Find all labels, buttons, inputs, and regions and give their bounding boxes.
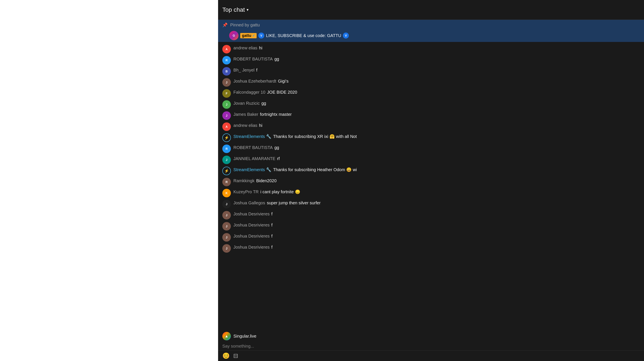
chat-dropdown-icon[interactable]: ▾ <box>246 7 248 12</box>
avatar: F <box>222 89 231 98</box>
message-content: Falcondagger 10 JOE BIDE 2020 <box>234 89 640 95</box>
chat-message-row[interactable]: A andrew elias hi <box>218 121 644 132</box>
message-username: James Baker <box>234 112 258 117</box>
chat-message-row[interactable]: J Joshua Desrivieres f <box>218 243 644 254</box>
message-text: hi <box>259 122 262 128</box>
message-content: andrew elias hi <box>234 122 640 128</box>
message-username: Joshua Desrivieres <box>234 212 270 216</box>
message-text: gg <box>274 145 279 150</box>
avatar: J <box>222 100 231 109</box>
message-username: JANNIEL AMARANTE <box>234 156 275 161</box>
message-content: Bh_ Jenyel f <box>234 67 640 73</box>
message-text: f <box>271 244 272 250</box>
avatar: J <box>222 156 231 164</box>
chat-message-row[interactable]: A andrew elias hi <box>218 44 644 55</box>
chat-message-row[interactable]: B Bh_ Jenyel f <box>218 66 644 77</box>
avatar: R <box>222 145 231 153</box>
chat-message-row[interactable]: ⚡ StreamElements 🔧 Thanks for subscribin… <box>218 165 644 176</box>
verified-checkmark: ✓ <box>252 34 255 38</box>
avatar: J <box>222 78 231 87</box>
message-text: gg <box>261 100 266 106</box>
message-username: Falcondagger 10 <box>234 90 265 95</box>
avatar: J <box>222 111 231 120</box>
message-username: Jovan Ruzicic <box>234 101 260 106</box>
chat-message-row[interactable]: J Joshua Desrivieres f <box>218 232 644 243</box>
pinned-username-badge: gattu ✓ <box>240 33 256 38</box>
message-content: KuzeyPro TR i cant play fortnite 😞 <box>234 189 640 195</box>
chat-message-row[interactable]: R ROBERT BAUTISTA gg <box>218 55 644 66</box>
pinned-username: gattu <box>242 33 251 38</box>
message-text: super jump then silver surfer <box>267 200 320 206</box>
chat-panel: Top chat ▾ 📌 Pinned by gattu G gattu ✓ V… <box>218 0 644 361</box>
message-username: Joshua Desrivieres <box>234 245 270 250</box>
emoji-icon[interactable]: 😊 <box>222 352 230 359</box>
message-content: Joshua Gallegos super jump then silver s… <box>234 200 640 206</box>
avatar: J <box>222 222 231 231</box>
chat-message-row[interactable]: J Joshua Desrivieres f <box>218 221 644 232</box>
pinned-message-row: G gattu ✓ V LIKE, SUBSCRIBE & use code: … <box>218 30 644 42</box>
singular-name: Singular.live <box>234 334 256 339</box>
chat-message-row[interactable]: R ROBERT BAUTISTA gg <box>218 143 644 154</box>
message-content: Joshua Desrivieres f <box>234 244 640 250</box>
chat-message-row[interactable]: F Falcondagger 10 JOE BIDE 2020 <box>218 88 644 99</box>
message-content: Joshua Desrivieres f <box>234 222 640 228</box>
chat-message-row[interactable]: R Ramkkingk Biden2020 <box>218 176 644 188</box>
chat-message-row[interactable]: J Jovan Ruzicic gg <box>218 99 644 110</box>
main-content-area <box>0 0 218 361</box>
avatar: J <box>222 200 231 208</box>
message-text: f <box>271 233 272 239</box>
avatar: J <box>222 233 231 242</box>
message-username: Joshua Desrivieres <box>234 234 270 239</box>
message-text: JOE BIDE 2020 <box>267 89 297 95</box>
message-text: fortnightx master <box>260 111 292 117</box>
message-username: Ramkkingk <box>234 178 254 183</box>
chat-message-row[interactable]: J Joshua Desrivieres f <box>218 210 644 221</box>
message-text: i cant play fortnite 😞 <box>260 189 300 195</box>
message-username: andrew elias <box>234 45 257 50</box>
verified-icon: V <box>258 32 264 38</box>
message-text: Biden2020 <box>256 178 277 184</box>
message-text: rf <box>277 156 280 162</box>
chat-toolbar: 😊 ⊟ <box>218 350 644 361</box>
chat-message-row[interactable]: J JANNIEL AMARANTE rf <box>218 154 644 165</box>
message-content: andrew elias hi <box>234 45 640 51</box>
pinned-message-text: LIKE, SUBSCRIBE & use code: GATTU <box>266 33 341 38</box>
avatar: R <box>222 178 231 186</box>
message-text: Gigi's <box>278 78 288 84</box>
message-username: Joshua Desrivieres <box>234 223 270 228</box>
message-username: ROBERT BAUTISTA <box>234 57 272 61</box>
chat-message-row[interactable]: J Joshua Ezeheberhardt Gigi's <box>218 77 644 88</box>
message-text: f <box>271 222 272 228</box>
message-content: StreamElements 🔧 Thanks for subscribing … <box>234 167 640 173</box>
chat-title: Top chat <box>222 6 245 13</box>
message-username: KuzeyPro TR <box>234 189 259 194</box>
message-username: ROBERT BAUTISTA <box>234 145 272 150</box>
pinned-avatar: G <box>229 31 238 40</box>
chat-messages-list: A andrew elias hi R ROBERT BAUTISTA gg B… <box>218 42 644 330</box>
chat-message-row[interactable]: J James Baker fortnightx master <box>218 110 644 121</box>
avatar: R <box>222 56 231 64</box>
avatar: A <box>222 122 231 131</box>
message-content: Joshua Desrivieres f <box>234 233 640 239</box>
message-content: Joshua Desrivieres f <box>234 211 640 217</box>
chat-message-row[interactable]: J Joshua Gallegos super jump then silver… <box>218 199 644 210</box>
message-username: Bh_ Jenyel <box>234 68 254 73</box>
say-something-input[interactable]: Say something... <box>218 342 644 350</box>
avatar: K <box>222 189 231 197</box>
pinned-by-label: Pinned by gattu <box>230 22 260 27</box>
chat-header: Top chat ▾ <box>218 0 644 20</box>
chat-message-row[interactable]: K KuzeyPro TR i cant play fortnite 😞 <box>218 188 644 199</box>
singular-avatar: ▲ <box>222 332 231 340</box>
avatar: B <box>222 67 231 75</box>
avatar: J <box>222 211 231 219</box>
message-content: James Baker fortnightx master <box>234 111 640 117</box>
message-text: Thanks for subscribing XR ixi 🤗 with all… <box>273 133 357 139</box>
avatar: A <box>222 45 231 53</box>
message-content: Joshua Ezeheberhardt Gigi's <box>234 78 640 84</box>
message-content: ROBERT BAUTISTA gg <box>234 145 640 150</box>
message-text: Thanks for subscribing Heather Odom 😀 wi <box>273 167 357 173</box>
send-icon[interactable]: ⊟ <box>233 352 238 359</box>
chat-message-row[interactable]: ⚡ StreamElements 🔧 Thanks for subscribin… <box>218 132 644 143</box>
pin-icon: 📌 <box>222 22 228 27</box>
message-content: Jovan Ruzicic gg <box>234 100 640 106</box>
